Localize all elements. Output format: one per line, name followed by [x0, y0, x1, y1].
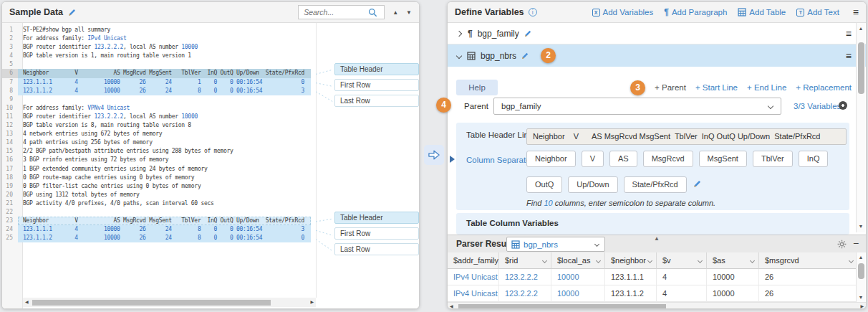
chevron-down-icon[interactable] — [596, 258, 601, 263]
column-chip[interactable]: MsgSent — [699, 151, 747, 167]
edit-variable-icon[interactable] — [524, 29, 532, 38]
search-icon[interactable] — [368, 8, 377, 17]
link-end-line[interactable]: + End Line — [747, 83, 786, 92]
variable-row-bgp-family[interactable]: ¶ bgp_family ≡ — [448, 23, 866, 44]
link-replacement[interactable]: + Replacement — [796, 83, 852, 92]
annotation-first-row[interactable]: First Row — [334, 227, 419, 240]
row-menu-icon[interactable]: ≡ — [846, 50, 852, 62]
parent-dropdown[interactable]: bgp_family — [493, 98, 781, 115]
toolbar-menu-icon[interactable]: ≡ — [853, 6, 859, 18]
info-icon[interactable]: i — [529, 8, 537, 16]
code-line-18: 180 BGP route-map cache entries using 0 … — [2, 174, 311, 182]
column-chip[interactable]: State/PfxRcd — [624, 176, 687, 193]
column-chip[interactable]: OutQ — [526, 176, 562, 193]
collapse-icon[interactable] — [456, 52, 462, 58]
scrollbar-thumb[interactable] — [32, 300, 271, 306]
variables-settings-icon[interactable] — [839, 101, 847, 110]
search-next-icon[interactable]: ▼ — [406, 9, 412, 16]
search-input[interactable] — [304, 8, 368, 16]
chevron-down-icon[interactable] — [698, 258, 703, 263]
table-definition-panel: Table Header Line Neighbor V AS MsgRcvd … — [456, 123, 849, 210]
row-menu-icon[interactable]: ≡ — [846, 28, 852, 39]
column-header-local_as[interactable]: $local_as — [551, 252, 605, 269]
code-text: 4 network entries using 672 bytes of mem… — [18, 130, 311, 138]
link-start-line[interactable]: + Start Line — [695, 83, 738, 92]
column-chip[interactable]: InQ — [799, 151, 829, 167]
code-line-5: 5 — [2, 60, 311, 69]
column-chip[interactable]: AS — [609, 151, 637, 167]
scrollbar-thumb[interactable] — [858, 42, 864, 94]
code-text — [18, 60, 311, 69]
column-header-v[interactable]: $v — [657, 252, 707, 269]
chevron-down-icon[interactable] — [750, 258, 755, 263]
line-number: 17 — [2, 165, 18, 174]
chevron-down-icon[interactable] — [647, 258, 652, 263]
table-type-icon — [467, 52, 476, 60]
annotation-first-row[interactable]: First Row — [334, 79, 419, 91]
line-number: 7 — [2, 78, 18, 87]
line-number: 12 — [2, 121, 18, 130]
selected-table: bgp_nbrs — [524, 240, 558, 249]
line-number: 5 — [2, 60, 18, 69]
scroll-up-icon[interactable]: ▲ — [857, 255, 865, 260]
scrollbar-thumb[interactable] — [458, 304, 666, 309]
column-header-rid[interactable]: $rid — [499, 252, 551, 269]
column-chip[interactable]: MsgRcvd — [643, 151, 693, 167]
help-button[interactable]: Help — [456, 80, 498, 95]
variables-count[interactable]: 3/3 Variables — [794, 102, 841, 110]
column-header-as[interactable]: $as — [707, 252, 759, 269]
table-annotations-2: Table HeaderFirst RowLast Row — [334, 212, 419, 259]
column-chip[interactable]: Up/Down — [568, 176, 617, 193]
table-header-line-input[interactable]: Neighbor V AS MsgRcvd MsgSent TblVer InQ… — [526, 128, 847, 145]
scroll-down-icon[interactable]: ▼ — [857, 224, 865, 229]
code-text: 4 path entries using 256 bytes of memory — [18, 138, 311, 147]
add-text-button[interactable]: T Add Text — [796, 8, 839, 16]
column-chip[interactable]: Neighbor — [526, 151, 576, 167]
code-text: BGP table version is 1, main routing tab… — [18, 52, 311, 60]
add-variables-button[interactable]: X Add Variables — [592, 8, 654, 16]
scroll-right-icon[interactable]: ▶ — [860, 303, 864, 309]
chevron-down-icon[interactable] — [490, 258, 495, 263]
scroll-left-icon[interactable]: ◀ — [450, 303, 453, 309]
scroll-left-icon[interactable]: ◀ — [25, 298, 29, 307]
link-parent[interactable]: + Parent — [655, 83, 686, 92]
result-table-scrollbar[interactable]: ▲ ▼ — [856, 252, 865, 302]
search-box[interactable] — [298, 5, 385, 19]
code-horizontal-scrollbar[interactable]: ◀ ▶ — [23, 298, 316, 307]
add-paragraph-button[interactable]: ¶ Add Paragraph — [664, 7, 727, 17]
code-text: 0 BGP filter-list cache entries using 0 … — [18, 182, 311, 191]
annotation-table-header[interactable]: Table Header — [334, 212, 419, 224]
result-horizontal-scrollbar[interactable]: ◀ ▶ — [448, 302, 866, 309]
edit-sample-data-icon[interactable] — [67, 8, 77, 17]
expand-icon[interactable] — [456, 30, 462, 36]
scroll-right-icon[interactable]: ▶ — [310, 298, 314, 307]
annotation-table-header[interactable]: Table Header — [334, 63, 419, 75]
minimize-icon[interactable]: − — [853, 237, 859, 249]
annotation-last-row[interactable]: Last Row — [334, 243, 419, 255]
variable-row-bgp-nbrs[interactable]: bgp_nbrs 2 ≡ — [448, 44, 866, 67]
scroll-up-icon[interactable]: ▲ — [857, 26, 865, 31]
edit-variable-icon[interactable] — [521, 52, 529, 60]
code-line-13: 134 network entries using 672 bytes of m… — [2, 130, 311, 138]
column-chip[interactable]: V — [582, 151, 604, 167]
annotation-last-row[interactable]: Last Row — [334, 95, 419, 107]
column-header-msgrcvd[interactable]: $msgrcvd — [759, 252, 858, 269]
result-row[interactable]: IPv4 Unicast123.2.2.210000123.1.1.141000… — [448, 269, 858, 285]
parser-table-dropdown[interactable]: bgp_nbrs — [506, 237, 605, 252]
chevron-down-icon[interactable] — [849, 258, 854, 263]
scroll-down-icon[interactable]: ▼ — [857, 295, 865, 300]
chevron-down-icon — [594, 242, 599, 247]
scrollbar-thumb[interactable] — [858, 263, 864, 279]
search-prev-icon[interactable]: ▲ — [392, 9, 398, 16]
gear-icon[interactable] — [837, 240, 847, 249]
collapse-panel-icon[interactable]: ▲ — [654, 235, 660, 242]
column-chip[interactable]: TblVer — [753, 151, 793, 167]
code-line-12: 12BGP table version is 8, main routing t… — [2, 121, 311, 130]
column-header-neighbor[interactable]: $neighbor — [605, 252, 657, 269]
column-header-addr_family[interactable]: $addr_family — [448, 252, 499, 269]
content-scrollbar[interactable]: ▲ ▼ — [856, 23, 865, 232]
edit-columns-icon[interactable] — [693, 179, 702, 192]
chevron-down-icon[interactable] — [542, 258, 547, 263]
add-table-button[interactable]: Add Table — [738, 8, 786, 16]
result-row[interactable]: IPv4 Unicast123.2.2.210000123.1.1.241000… — [448, 285, 858, 302]
